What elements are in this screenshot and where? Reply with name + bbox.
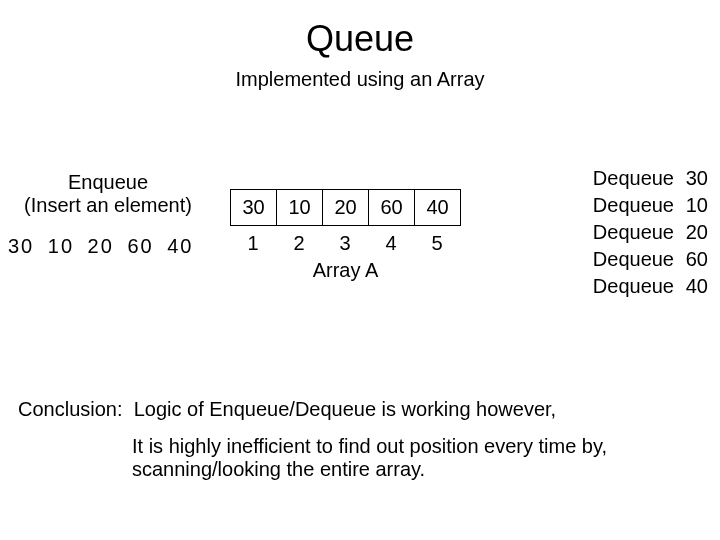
enqueue-title: Enqueue — [8, 171, 208, 194]
array-cell: 30 — [231, 190, 277, 226]
enqueue-subtitle: (Insert an element) — [8, 194, 208, 217]
array-index: 4 — [368, 232, 414, 255]
array-cell: 40 — [415, 190, 461, 226]
dequeue-row: Dequeue60 — [593, 246, 708, 273]
array-index: 3 — [322, 232, 368, 255]
array-cell: 60 — [369, 190, 415, 226]
conclusion-label: Conclusion: — [18, 398, 123, 421]
array-index: 2 — [276, 232, 322, 255]
main-content: Enqueue (Insert an element) 30 10 20 60 … — [0, 171, 720, 331]
array-indices: 1 2 3 4 5 — [230, 232, 461, 255]
array-table: 30 10 20 60 40 — [230, 189, 461, 226]
conclusion-text-2: It is highly inefficient to find out pos… — [132, 435, 690, 481]
array-cell: 10 — [277, 190, 323, 226]
dequeue-row: Dequeue20 — [593, 219, 708, 246]
array-index: 5 — [414, 232, 460, 255]
array-cell: 20 — [323, 190, 369, 226]
array-label: Array A — [230, 259, 461, 282]
array-section: 30 10 20 60 40 1 2 3 4 5 Array A — [230, 189, 461, 282]
dequeue-row: Dequeue10 — [593, 192, 708, 219]
array-index: 1 — [230, 232, 276, 255]
page-subtitle: Implemented using an Array — [0, 68, 720, 91]
dequeue-row: Dequeue30 — [593, 165, 708, 192]
enqueue-values: 30 10 20 60 40 — [8, 235, 208, 258]
dequeue-row: Dequeue40 — [593, 273, 708, 300]
conclusion-text-1: Logic of Enqueue/Dequeue is working howe… — [134, 398, 557, 420]
page-title: Queue — [0, 0, 720, 60]
dequeue-section: Dequeue30 Dequeue10 Dequeue20 Dequeue60 … — [593, 165, 708, 300]
conclusion-section: Conclusion: Logic of Enqueue/Dequeue is … — [18, 398, 690, 481]
enqueue-section: Enqueue (Insert an element) 30 10 20 60 … — [8, 171, 208, 258]
